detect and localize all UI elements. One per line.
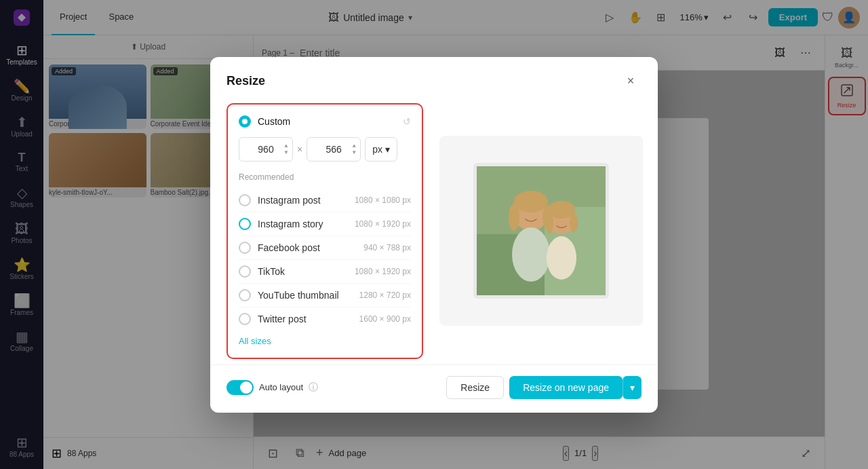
recommended-label: Recommended <box>239 172 411 182</box>
custom-option: Custom ↺ <box>239 115 411 128</box>
custom-label: Custom <box>258 116 290 127</box>
toggle-knob <box>240 381 252 394</box>
modal-options-panel: Custom ↺ ▲ ▼ × <box>226 103 423 359</box>
dimension-separator: × <box>297 144 302 155</box>
instagram-story-label: Instagram story <box>258 219 348 229</box>
tiktok-dims: 1080 × 1920 px <box>355 267 411 276</box>
size-option-youtube-thumbnail[interactable]: YouTube thumbnail 1280 × 720 px <box>239 284 411 307</box>
size-option-tiktok[interactable]: TikTok 1080 × 1920 px <box>239 260 411 284</box>
twitter-post-radio[interactable] <box>239 313 251 325</box>
tiktok-radio[interactable] <box>239 265 251 278</box>
facebook-post-radio[interactable] <box>239 242 251 254</box>
instagram-post-dims: 1080 × 1080 px <box>355 195 411 205</box>
svg-point-19 <box>512 227 550 282</box>
preview-image <box>473 163 609 299</box>
resize-button[interactable]: Resize <box>446 376 504 399</box>
resize-modal: Resize × Custom ↺ <box>210 57 658 413</box>
size-option-instagram-story[interactable]: Instagram story 1080 × 1920 px <box>239 212 411 236</box>
modal-overlay[interactable]: Resize × Custom ↺ <box>0 0 868 469</box>
footer-actions: Resize Resize on new page ▾ <box>446 376 642 399</box>
unit-value: px <box>372 144 382 155</box>
svg-point-27 <box>570 213 578 232</box>
resize-on-new-page-button[interactable]: Resize on new page <box>509 376 623 399</box>
modal-preview-panel <box>439 103 643 359</box>
twitter-post-dims: 1600 × 900 px <box>359 314 411 324</box>
modal-close-button[interactable]: × <box>620 71 642 92</box>
width-spinners: ▲ ▼ <box>282 143 290 156</box>
resize-new-page-chevron-button[interactable]: ▾ <box>623 376 642 399</box>
svg-point-24 <box>547 236 576 280</box>
unit-select[interactable]: px ▾ <box>365 137 397 162</box>
svg-point-21 <box>509 204 519 231</box>
size-option-twitter-post[interactable]: Twitter post 1600 × 900 px <box>239 307 411 331</box>
size-options-list: Instagram post 1080 × 1080 px Instagram … <box>239 189 411 331</box>
info-icon[interactable]: ⓘ <box>309 381 318 394</box>
reset-icon[interactable]: ↺ <box>403 116 411 127</box>
width-input-wrapper: ▲ ▼ <box>239 137 293 162</box>
size-option-facebook-post[interactable]: Facebook post 940 × 788 px <box>239 236 411 260</box>
auto-layout-toggle: Auto layout ⓘ <box>226 380 318 395</box>
custom-radio-button[interactable] <box>239 115 251 128</box>
instagram-post-radio[interactable] <box>239 194 251 206</box>
unit-chevron-icon: ▾ <box>385 144 390 155</box>
width-decrement-button[interactable]: ▼ <box>282 149 290 156</box>
instagram-story-radio[interactable] <box>239 218 251 230</box>
modal-title: Resize <box>226 74 265 88</box>
radio-inner <box>242 119 248 124</box>
size-option-instagram-post[interactable]: Instagram post 1080 × 1080 px <box>239 189 411 212</box>
modal-body: Custom ↺ ▲ ▼ × <box>210 103 658 359</box>
tiktok-label: TikTok <box>258 266 348 277</box>
youtube-thumbnail-dims: 1280 × 720 px <box>359 290 411 300</box>
instagram-story-dims: 1080 × 1920 px <box>355 219 411 229</box>
height-spinners: ▲ ▼ <box>350 143 358 156</box>
height-increment-button[interactable]: ▲ <box>350 143 358 149</box>
modal-footer: Auto layout ⓘ Resize Resize on new page … <box>210 364 658 413</box>
youtube-thumbnail-label: YouTube thumbnail <box>258 290 353 301</box>
twitter-post-label: Twitter post <box>258 314 353 324</box>
svg-point-20 <box>514 191 548 212</box>
auto-layout-switch[interactable] <box>226 380 254 395</box>
height-input-wrapper: ▲ ▼ <box>307 137 361 162</box>
auto-layout-label: Auto layout <box>259 382 303 392</box>
height-decrement-button[interactable]: ▼ <box>350 149 358 156</box>
preview-box <box>439 136 643 326</box>
modal-header: Resize × <box>210 57 658 103</box>
facebook-post-label: Facebook post <box>258 242 357 253</box>
youtube-thumbnail-radio[interactable] <box>239 289 251 301</box>
width-increment-button[interactable]: ▲ <box>282 143 290 149</box>
instagram-post-label: Instagram post <box>258 195 348 206</box>
dimension-row: ▲ ▼ × ▲ ▼ px ▾ <box>239 137 411 162</box>
facebook-post-dims: 940 × 788 px <box>363 243 411 252</box>
all-sizes-link[interactable]: All sizes <box>239 336 271 346</box>
svg-point-26 <box>545 212 553 233</box>
